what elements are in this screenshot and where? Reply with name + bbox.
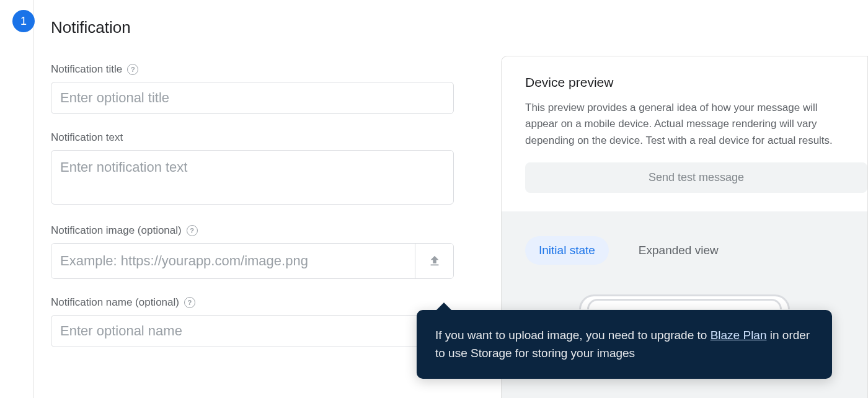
device-mockup (579, 294, 790, 309)
help-icon[interactable]: ? (187, 225, 198, 236)
blaze-plan-link[interactable]: Blaze Plan (711, 329, 767, 342)
help-icon[interactable]: ? (184, 297, 195, 308)
field-notification-title: Notification title ? (51, 63, 489, 114)
upgrade-tooltip: If you want to upload image, you need to… (417, 310, 832, 379)
label-notification-image: Notification image (optional) (51, 224, 182, 237)
tab-expanded-view[interactable]: Expanded view (625, 236, 732, 265)
upload-image-button[interactable] (415, 244, 453, 278)
tab-initial-state[interactable]: Initial state (525, 236, 609, 265)
notification-image-url-input[interactable] (51, 244, 415, 278)
label-notification-name: Notification name (optional) (51, 296, 179, 309)
device-preview-heading: Device preview (502, 56, 867, 100)
notification-title-input[interactable] (51, 82, 454, 114)
notification-text-input[interactable] (51, 150, 454, 205)
help-icon[interactable]: ? (127, 64, 138, 75)
section-title: Notification (33, 16, 501, 38)
tooltip-text-pre: If you want to upload image, you need to… (435, 329, 711, 342)
label-notification-text: Notification text (51, 131, 123, 144)
device-preview-description: This preview provides a general idea of … (502, 100, 867, 162)
notification-name-input[interactable] (51, 315, 454, 347)
field-notification-text: Notification text (51, 131, 489, 207)
field-notification-image: Notification image (optional) ? (51, 224, 489, 279)
notification-form: Notification title ? Notification text N… (33, 38, 501, 347)
upload-icon (428, 254, 441, 268)
label-notification-title: Notification title (51, 63, 122, 76)
step-number-badge: 1 (12, 10, 35, 32)
send-test-message-button[interactable]: Send test message (525, 162, 867, 193)
